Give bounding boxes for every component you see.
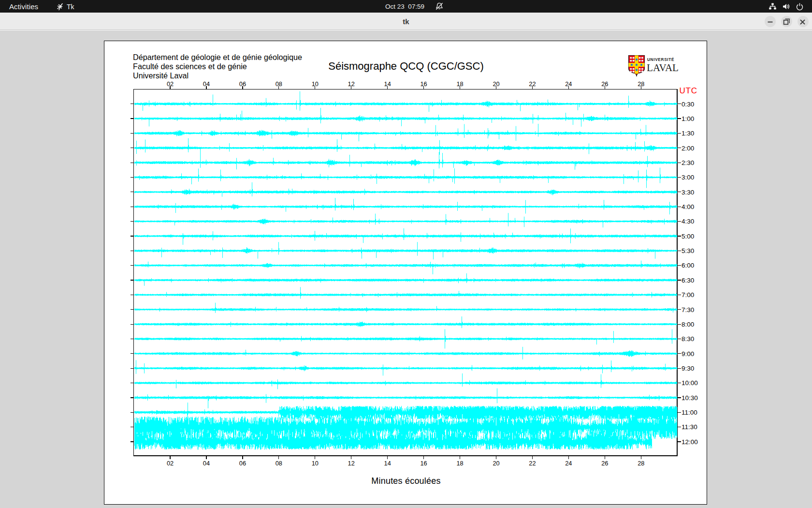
svg-text:20: 20	[493, 80, 499, 88]
svg-text:22: 22	[529, 80, 536, 88]
svg-text:10: 10	[312, 80, 319, 88]
svg-text:3:00: 3:00	[682, 174, 694, 181]
svg-text:02: 02	[167, 460, 174, 467]
svg-text:4:30: 4:30	[682, 218, 694, 225]
svg-text:11:00: 11:00	[682, 409, 697, 416]
svg-text:1:30: 1:30	[682, 130, 694, 137]
svg-text:9:00: 9:00	[682, 350, 694, 358]
svg-text:10:00: 10:00	[682, 379, 698, 387]
svg-text:10: 10	[312, 460, 319, 467]
svg-text:5:00: 5:00	[682, 233, 694, 240]
svg-text:24: 24	[565, 80, 572, 88]
svg-text:7:00: 7:00	[682, 291, 694, 299]
svg-text:16: 16	[420, 460, 427, 467]
svg-text:22: 22	[529, 460, 536, 467]
svg-text:0:30: 0:30	[682, 101, 694, 108]
svg-text:06: 06	[239, 460, 246, 467]
svg-text:08: 08	[276, 460, 282, 467]
svg-text:6:00: 6:00	[682, 262, 694, 269]
svg-text:04: 04	[203, 460, 210, 467]
svg-text:12:00: 12:00	[682, 438, 698, 446]
svg-text:3:30: 3:30	[682, 189, 694, 196]
svg-text:18: 18	[456, 80, 463, 88]
svg-text:26: 26	[601, 80, 608, 88]
svg-text:14: 14	[384, 80, 391, 88]
svg-text:7:30: 7:30	[682, 306, 694, 314]
svg-text:14: 14	[384, 460, 391, 467]
svg-text:18: 18	[456, 460, 463, 467]
svg-text:8:00: 8:00	[682, 321, 694, 328]
svg-text:02: 02	[167, 80, 174, 88]
svg-text:12: 12	[348, 460, 355, 467]
svg-text:4:00: 4:00	[682, 203, 694, 210]
svg-text:12: 12	[348, 80, 355, 88]
svg-text:1:00: 1:00	[682, 115, 694, 122]
svg-text:9:30: 9:30	[682, 365, 694, 372]
svg-text:2:30: 2:30	[682, 159, 694, 166]
svg-text:10:30: 10:30	[682, 394, 698, 402]
svg-text:6:30: 6:30	[682, 277, 694, 284]
svg-text:16: 16	[420, 80, 427, 88]
svg-text:2:00: 2:00	[682, 145, 694, 152]
svg-text:UTC: UTC	[680, 86, 697, 95]
svg-text:8:30: 8:30	[682, 335, 694, 343]
svg-text:04: 04	[203, 80, 210, 88]
svg-text:LAVAL: LAVAL	[647, 61, 679, 74]
svg-text:26: 26	[601, 460, 608, 467]
svg-text:20: 20	[493, 460, 499, 467]
svg-text:24: 24	[565, 460, 572, 467]
svg-text:28: 28	[638, 460, 644, 467]
svg-text:28: 28	[638, 80, 644, 88]
svg-text:11:30: 11:30	[682, 423, 697, 431]
svg-text:5:30: 5:30	[682, 247, 694, 254]
svg-text:06: 06	[239, 80, 246, 88]
svg-text:08: 08	[276, 80, 282, 88]
